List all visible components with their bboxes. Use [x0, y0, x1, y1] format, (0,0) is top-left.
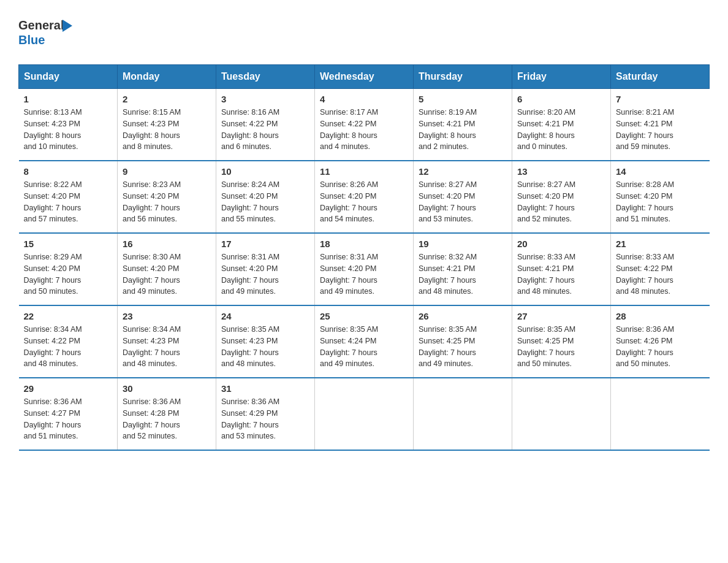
day-number: 21 [616, 239, 705, 249]
day-number: 5 [419, 94, 507, 104]
day-number: 27 [517, 311, 605, 321]
day-cell: 8Sunrise: 8:22 AM Sunset: 4:20 PM Daylig… [19, 161, 118, 233]
weekday-header-sunday: Sunday [19, 65, 118, 89]
page-header: General Blue [18, 12, 710, 52]
day-info: Sunrise: 8:35 AM Sunset: 4:25 PM Dayligh… [517, 324, 605, 370]
day-info: Sunrise: 8:27 AM Sunset: 4:20 PM Dayligh… [517, 179, 605, 225]
day-cell [512, 378, 611, 450]
day-info: Sunrise: 8:35 AM Sunset: 4:25 PM Dayligh… [419, 324, 507, 370]
weekday-header-thursday: Thursday [414, 65, 512, 89]
day-info: Sunrise: 8:13 AM Sunset: 4:23 PM Dayligh… [24, 107, 113, 153]
day-cell [611, 378, 710, 450]
day-info: Sunrise: 8:22 AM Sunset: 4:20 PM Dayligh… [24, 179, 113, 225]
day-info: Sunrise: 8:36 AM Sunset: 4:27 PM Dayligh… [24, 396, 113, 442]
day-cell: 26Sunrise: 8:35 AM Sunset: 4:25 PM Dayli… [414, 305, 512, 378]
day-cell: 17Sunrise: 8:31 AM Sunset: 4:20 PM Dayli… [216, 233, 315, 305]
day-number: 23 [123, 311, 211, 321]
day-info: Sunrise: 8:33 AM Sunset: 4:22 PM Dayligh… [616, 251, 705, 297]
day-cell: 27Sunrise: 8:35 AM Sunset: 4:25 PM Dayli… [512, 305, 611, 378]
svg-text:Blue: Blue [18, 33, 45, 47]
day-cell: 6Sunrise: 8:20 AM Sunset: 4:21 PM Daylig… [512, 89, 611, 161]
day-info: Sunrise: 8:30 AM Sunset: 4:20 PM Dayligh… [123, 251, 211, 297]
week-row-1: 1Sunrise: 8:13 AM Sunset: 4:23 PM Daylig… [19, 89, 710, 161]
day-cell: 20Sunrise: 8:33 AM Sunset: 4:21 PM Dayli… [512, 233, 611, 305]
day-cell: 16Sunrise: 8:30 AM Sunset: 4:20 PM Dayli… [118, 233, 216, 305]
day-cell: 13Sunrise: 8:27 AM Sunset: 4:20 PM Dayli… [512, 161, 611, 233]
day-info: Sunrise: 8:34 AM Sunset: 4:22 PM Dayligh… [24, 324, 113, 370]
day-number: 4 [320, 94, 408, 104]
weekday-header-tuesday: Tuesday [216, 65, 315, 89]
day-info: Sunrise: 8:34 AM Sunset: 4:23 PM Dayligh… [123, 324, 211, 370]
day-number: 17 [221, 239, 309, 249]
day-cell: 2Sunrise: 8:15 AM Sunset: 4:23 PM Daylig… [118, 89, 216, 161]
day-number: 8 [24, 166, 113, 177]
day-number: 9 [123, 166, 211, 177]
day-cell: 19Sunrise: 8:32 AM Sunset: 4:21 PM Dayli… [414, 233, 512, 305]
day-info: Sunrise: 8:36 AM Sunset: 4:26 PM Dayligh… [616, 324, 705, 370]
weekday-header-wednesday: Wednesday [315, 65, 414, 89]
day-info: Sunrise: 8:16 AM Sunset: 4:22 PM Dayligh… [221, 107, 309, 153]
day-number: 19 [419, 239, 507, 249]
day-cell: 22Sunrise: 8:34 AM Sunset: 4:22 PM Dayli… [19, 305, 118, 378]
day-number: 7 [616, 94, 705, 104]
day-number: 20 [517, 239, 605, 249]
day-number: 29 [24, 383, 113, 394]
day-cell: 30Sunrise: 8:36 AM Sunset: 4:28 PM Dayli… [118, 378, 216, 450]
day-number: 31 [221, 383, 309, 394]
day-number: 26 [419, 311, 507, 321]
logo: General Blue [18, 12, 80, 52]
day-cell: 11Sunrise: 8:26 AM Sunset: 4:20 PM Dayli… [315, 161, 414, 233]
day-info: Sunrise: 8:33 AM Sunset: 4:21 PM Dayligh… [517, 251, 605, 297]
day-cell: 25Sunrise: 8:35 AM Sunset: 4:24 PM Dayli… [315, 305, 414, 378]
day-number: 22 [24, 311, 113, 321]
day-cell: 7Sunrise: 8:21 AM Sunset: 4:21 PM Daylig… [611, 89, 710, 161]
day-number: 12 [419, 166, 507, 177]
day-info: Sunrise: 8:29 AM Sunset: 4:20 PM Dayligh… [24, 251, 113, 297]
day-number: 1 [24, 94, 113, 104]
day-info: Sunrise: 8:31 AM Sunset: 4:20 PM Dayligh… [320, 251, 408, 297]
svg-marker-1 [63, 20, 72, 32]
day-number: 10 [221, 166, 309, 177]
day-number: 30 [123, 383, 211, 394]
day-info: Sunrise: 8:36 AM Sunset: 4:28 PM Dayligh… [123, 396, 211, 442]
day-number: 14 [616, 166, 705, 177]
day-info: Sunrise: 8:31 AM Sunset: 4:20 PM Dayligh… [221, 251, 309, 297]
day-number: 25 [320, 311, 408, 321]
day-cell: 31Sunrise: 8:36 AM Sunset: 4:29 PM Dayli… [216, 378, 315, 450]
week-row-5: 29Sunrise: 8:36 AM Sunset: 4:27 PM Dayli… [19, 378, 710, 450]
day-cell: 9Sunrise: 8:23 AM Sunset: 4:20 PM Daylig… [118, 161, 216, 233]
logo-svg: General Blue [18, 12, 80, 52]
day-cell: 5Sunrise: 8:19 AM Sunset: 4:21 PM Daylig… [414, 89, 512, 161]
day-cell: 4Sunrise: 8:17 AM Sunset: 4:22 PM Daylig… [315, 89, 414, 161]
day-cell: 10Sunrise: 8:24 AM Sunset: 4:20 PM Dayli… [216, 161, 315, 233]
week-row-4: 22Sunrise: 8:34 AM Sunset: 4:22 PM Dayli… [19, 305, 710, 378]
day-cell: 1Sunrise: 8:13 AM Sunset: 4:23 PM Daylig… [19, 89, 118, 161]
day-number: 15 [24, 239, 113, 249]
svg-text:General: General [18, 18, 64, 32]
day-info: Sunrise: 8:35 AM Sunset: 4:24 PM Dayligh… [320, 324, 408, 370]
day-number: 3 [221, 94, 309, 104]
day-info: Sunrise: 8:19 AM Sunset: 4:21 PM Dayligh… [419, 107, 507, 153]
day-info: Sunrise: 8:24 AM Sunset: 4:20 PM Dayligh… [221, 179, 309, 225]
week-row-3: 15Sunrise: 8:29 AM Sunset: 4:20 PM Dayli… [19, 233, 710, 305]
weekday-header-row: SundayMondayTuesdayWednesdayThursdayFrid… [19, 65, 710, 89]
day-info: Sunrise: 8:17 AM Sunset: 4:22 PM Dayligh… [320, 107, 408, 153]
day-number: 16 [123, 239, 211, 249]
day-info: Sunrise: 8:15 AM Sunset: 4:23 PM Dayligh… [123, 107, 211, 153]
day-number: 11 [320, 166, 408, 177]
day-info: Sunrise: 8:27 AM Sunset: 4:20 PM Dayligh… [419, 179, 507, 225]
day-info: Sunrise: 8:32 AM Sunset: 4:21 PM Dayligh… [419, 251, 507, 297]
calendar-table: SundayMondayTuesdayWednesdayThursdayFrid… [18, 64, 710, 451]
day-info: Sunrise: 8:21 AM Sunset: 4:21 PM Dayligh… [616, 107, 705, 153]
day-cell: 15Sunrise: 8:29 AM Sunset: 4:20 PM Dayli… [19, 233, 118, 305]
day-info: Sunrise: 8:20 AM Sunset: 4:21 PM Dayligh… [517, 107, 605, 153]
weekday-header-saturday: Saturday [611, 65, 710, 89]
day-info: Sunrise: 8:28 AM Sunset: 4:20 PM Dayligh… [616, 179, 705, 225]
day-cell [414, 378, 512, 450]
day-number: 28 [616, 311, 705, 321]
day-cell: 3Sunrise: 8:16 AM Sunset: 4:22 PM Daylig… [216, 89, 315, 161]
day-cell: 23Sunrise: 8:34 AM Sunset: 4:23 PM Dayli… [118, 305, 216, 378]
day-cell: 28Sunrise: 8:36 AM Sunset: 4:26 PM Dayli… [611, 305, 710, 378]
day-cell: 14Sunrise: 8:28 AM Sunset: 4:20 PM Dayli… [611, 161, 710, 233]
week-row-2: 8Sunrise: 8:22 AM Sunset: 4:20 PM Daylig… [19, 161, 710, 233]
